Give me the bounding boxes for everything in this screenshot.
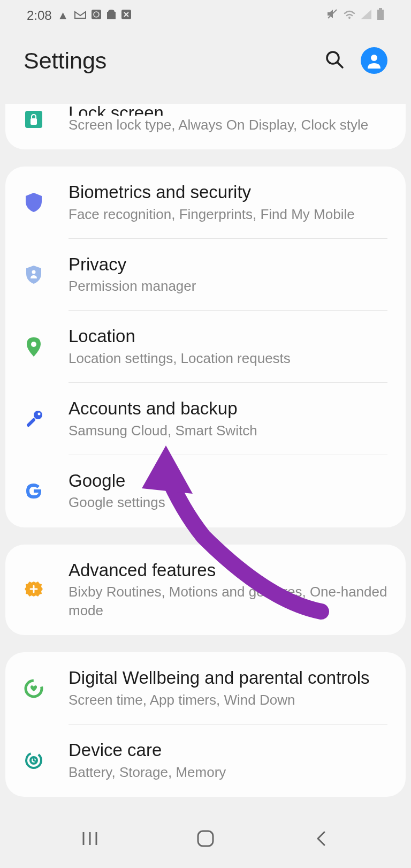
privacy-shield-icon xyxy=(22,263,45,286)
gmail-icon xyxy=(74,9,86,22)
clock-app-icon xyxy=(92,9,101,22)
location-pin-icon xyxy=(22,336,45,358)
battery-icon xyxy=(377,8,384,23)
item-subtitle: Location settings, Location requests xyxy=(68,349,393,368)
google-g-icon xyxy=(22,480,45,502)
item-subtitle: Bixby Routines, Motions and gestures, On… xyxy=(68,583,393,620)
item-title: Digital Wellbeing and parental controls xyxy=(68,667,393,689)
item-subtitle: Screen lock type, Always On Display, Clo… xyxy=(68,116,393,134)
svg-point-7 xyxy=(327,52,339,64)
item-text: Lock screen Screen lock type, Always On … xyxy=(68,104,393,134)
item-subtitle: Samsung Cloud, Smart Switch xyxy=(68,421,393,440)
settings-item-location[interactable]: Location Location settings, Location req… xyxy=(5,311,406,383)
svg-rect-23 xyxy=(198,831,213,846)
item-title: Google xyxy=(68,470,393,492)
status-bar: 2:08 ▲ xyxy=(0,0,411,31)
settings-group-lockscreen: Lock screen Screen lock type, Always On … xyxy=(5,104,406,149)
lock-icon xyxy=(22,108,45,131)
shop-icon xyxy=(106,9,116,22)
svg-point-14 xyxy=(34,411,42,419)
svg-rect-0 xyxy=(92,10,101,19)
wellbeing-icon xyxy=(22,677,45,700)
svg-point-15 xyxy=(38,412,41,415)
nav-recents-button[interactable] xyxy=(77,825,103,852)
svg-rect-11 xyxy=(31,118,37,125)
item-subtitle: Permission manager xyxy=(68,277,393,296)
signal-icon xyxy=(361,9,371,22)
svg-point-4 xyxy=(348,17,351,19)
close-box-icon xyxy=(121,9,131,22)
svg-point-13 xyxy=(31,342,36,347)
nav-home-button[interactable] xyxy=(192,825,219,852)
item-text: Digital Wellbeing and parental controls … xyxy=(68,667,393,710)
item-text: Google Google settings xyxy=(68,470,393,512)
settings-item-advanced-features[interactable]: Advanced features Bixby Routines, Motion… xyxy=(5,545,406,636)
item-title: Device care xyxy=(68,739,393,761)
item-text: Accounts and backup Samsung Cloud, Smart… xyxy=(68,398,393,440)
item-title: Lock screen xyxy=(68,104,393,116)
item-title: Privacy xyxy=(68,254,393,275)
settings-group-wellbeing: Digital Wellbeing and parental controls … xyxy=(5,652,406,796)
gear-plus-icon xyxy=(22,578,45,601)
warning-icon: ▲ xyxy=(57,9,69,22)
settings-item-device-care[interactable]: Device care Battery, Storage, Memory xyxy=(5,724,406,797)
svg-rect-5 xyxy=(379,8,382,10)
page-title: Settings xyxy=(24,48,324,74)
settings-scroll-area[interactable]: Lock screen Screen lock type, Always On … xyxy=(0,90,411,809)
settings-item-google[interactable]: Google Google settings xyxy=(5,455,406,527)
item-text: Privacy Permission manager xyxy=(68,254,393,296)
settings-group-security: Biometrics and security Face recognition… xyxy=(5,167,406,527)
svg-rect-16 xyxy=(26,417,36,427)
wifi-icon xyxy=(344,9,355,22)
item-text: Biometrics and security Face recognition… xyxy=(68,182,393,224)
settings-item-accounts-backup[interactable]: Accounts and backup Samsung Cloud, Smart… xyxy=(5,383,406,455)
settings-item-lock-screen[interactable]: Lock screen Screen lock type, Always On … xyxy=(5,104,406,149)
svg-point-12 xyxy=(32,270,36,274)
item-title: Biometrics and security xyxy=(68,182,393,203)
profile-avatar-button[interactable] xyxy=(361,47,387,74)
nav-back-button[interactable] xyxy=(308,825,334,852)
status-right xyxy=(326,8,384,23)
item-text: Advanced features Bixby Routines, Motion… xyxy=(68,560,393,621)
item-subtitle: Google settings xyxy=(68,493,393,512)
navigation-bar xyxy=(0,809,411,868)
mute-icon xyxy=(326,9,338,22)
settings-group-advanced: Advanced features Bixby Routines, Motion… xyxy=(5,545,406,636)
item-title: Accounts and backup xyxy=(68,398,393,419)
svg-rect-6 xyxy=(377,10,384,20)
status-time: 2:08 xyxy=(27,8,52,23)
item-title: Location xyxy=(68,326,393,347)
settings-item-biometrics[interactable]: Biometrics and security Face recognition… xyxy=(5,167,406,239)
svg-point-9 xyxy=(371,55,377,61)
key-icon xyxy=(22,408,45,431)
settings-item-digital-wellbeing[interactable]: Digital Wellbeing and parental controls … xyxy=(5,652,406,724)
item-text: Device care Battery, Storage, Memory xyxy=(68,739,393,782)
status-left: 2:08 ▲ xyxy=(27,8,131,23)
svg-line-8 xyxy=(338,63,342,67)
shield-icon xyxy=(22,191,45,214)
item-subtitle: Screen time, App timers, Wind Down xyxy=(68,691,393,710)
item-subtitle: Battery, Storage, Memory xyxy=(68,763,393,782)
item-subtitle: Face recognition, Fingerprints, Find My … xyxy=(68,205,393,224)
app-header: Settings xyxy=(0,31,411,90)
item-text: Location Location settings, Location req… xyxy=(68,326,393,368)
item-title: Advanced features xyxy=(68,560,393,581)
device-care-icon xyxy=(22,749,45,772)
search-button[interactable] xyxy=(324,49,345,72)
settings-item-privacy[interactable]: Privacy Permission manager xyxy=(5,239,406,311)
